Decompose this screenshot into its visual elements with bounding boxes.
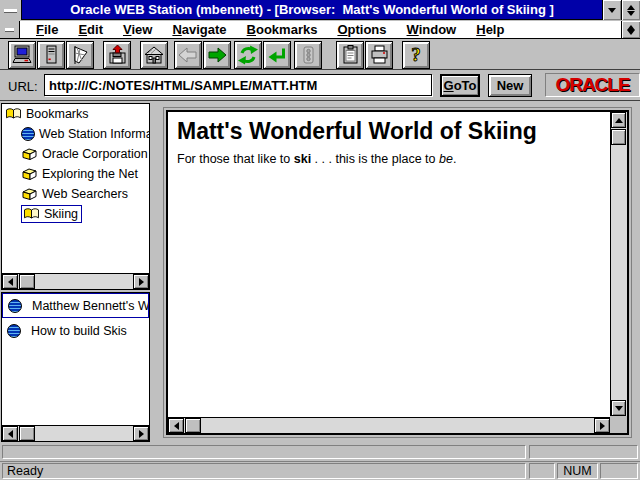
- print-button[interactable]: [365, 41, 393, 69]
- globe-icon: [21, 127, 35, 141]
- menu-file[interactable]: File: [26, 21, 68, 39]
- restore-button[interactable]: [621, 0, 640, 20]
- status-panel: [529, 445, 638, 459]
- help-button[interactable]: ?: [402, 41, 430, 69]
- menu-bookmarks[interactable]: Bookmarks: [237, 21, 328, 39]
- tree-item-exploring-the-net[interactable]: Exploring the Net: [2, 164, 149, 184]
- scroll-left-button[interactable]: [168, 418, 184, 433]
- status-panel: [2, 445, 526, 459]
- arrow-right-icon: [600, 422, 605, 430]
- tree-item-web-searchers[interactable]: Web Searchers: [2, 184, 149, 204]
- bookmarks-horizontal-scrollbar: [2, 273, 149, 289]
- scroll-right-button[interactable]: [594, 418, 610, 433]
- arrow-left-icon: [8, 430, 13, 438]
- scroll-left-button[interactable]: [2, 274, 18, 289]
- list-item-matthew-bennetts-web-page[interactable]: Matthew Bennett's Web Pa: [2, 293, 149, 318]
- goto-button[interactable]: GoTo: [440, 74, 480, 97]
- return-icon: [266, 44, 288, 66]
- open-book-icon: [23, 207, 40, 221]
- arrow-up-icon: [615, 118, 623, 123]
- tree-item-web-station-information[interactable]: Web Station Information: [2, 124, 149, 144]
- oracle-logo: ORACLE: [545, 73, 640, 97]
- window-title: Oracle WEB Station (mbennett) - [Browser…: [22, 0, 602, 19]
- list-item-label: How to build Skis: [31, 324, 127, 338]
- toolbar: ?: [0, 40, 640, 70]
- scrollbar-thumb[interactable]: [185, 418, 201, 433]
- browser-vertical-scrollbar: [610, 112, 627, 416]
- status-panel: [529, 463, 555, 479]
- pages-horizontal-scrollbar: [2, 425, 149, 441]
- sail-icon: [69, 44, 91, 66]
- system-menu-button[interactable]: [0, 0, 22, 20]
- help-icon: ?: [405, 44, 427, 66]
- scroll-right-button[interactable]: [133, 274, 149, 289]
- triangle-down-icon: [627, 11, 635, 16]
- scrollbar-corner: [610, 416, 627, 433]
- back-button[interactable]: [174, 41, 202, 69]
- arrow-right-icon: [139, 278, 144, 286]
- sail-button[interactable]: [66, 41, 94, 69]
- tree-item-oracle-corporation[interactable]: Oracle Corporation: [2, 144, 149, 164]
- tree-item-bookmarks[interactable]: Bookmarks: [2, 104, 149, 124]
- arrow-left-icon: [8, 278, 13, 286]
- clipboard-icon: [339, 44, 361, 66]
- clipboard-button[interactable]: [336, 41, 364, 69]
- list-item-label: Matthew Bennett's Web Pa: [32, 299, 149, 313]
- child-system-menu-button[interactable]: [0, 21, 20, 38]
- scrollbar-track[interactable]: [18, 426, 133, 441]
- closed-book-icon: [21, 147, 38, 161]
- tree-item-label: Web Station Information: [39, 127, 149, 141]
- scrollbar-thumb[interactable]: [19, 274, 35, 289]
- workstation-icon: [11, 44, 33, 66]
- return-button[interactable]: [263, 41, 291, 69]
- server-button[interactable]: [37, 41, 65, 69]
- open-book-icon: [5, 107, 22, 121]
- new-button[interactable]: New: [488, 74, 532, 97]
- home-button[interactable]: [140, 41, 168, 69]
- url-input[interactable]: [44, 74, 432, 96]
- bookmarks-panel: Bookmarks Web Station Information Oracle…: [1, 103, 150, 290]
- status-bar: Ready NUM: [0, 461, 640, 480]
- reload-icon: [237, 44, 259, 66]
- tree-item-label: Exploring the Net: [42, 167, 138, 181]
- triangle-down-icon: [608, 8, 616, 13]
- closed-book-icon: [21, 167, 38, 181]
- workstation-button[interactable]: [8, 41, 36, 69]
- child-restore-button[interactable]: [621, 21, 640, 38]
- save-upload-button[interactable]: [103, 41, 131, 69]
- scrollbar-track[interactable]: [184, 418, 594, 433]
- menu-view[interactable]: View: [113, 21, 162, 39]
- closed-book-icon: [21, 187, 38, 201]
- scrollbar-thumb[interactable]: [19, 426, 35, 441]
- menu-navigate[interactable]: Navigate: [162, 21, 236, 39]
- list-item-how-to-build-skis[interactable]: How to build Skis: [2, 318, 149, 343]
- dash-icon: [5, 28, 14, 31]
- menu-help[interactable]: Help: [466, 21, 514, 39]
- document-area[interactable]: Matt's Wonderful World of Skiing For tho…: [168, 112, 610, 416]
- scroll-up-button[interactable]: [611, 112, 626, 128]
- triangle-up-icon: [627, 5, 635, 10]
- tree-item-label: Bookmarks: [26, 107, 89, 121]
- menu-edit[interactable]: Edit: [68, 21, 113, 39]
- arrow-left-icon: [174, 422, 179, 430]
- globe-icon: [8, 299, 22, 313]
- forward-button[interactable]: [203, 41, 231, 69]
- scrollbar-thumb[interactable]: [611, 129, 626, 145]
- tree-item-skiing[interactable]: Skiing: [2, 204, 149, 224]
- scrollbar-track[interactable]: [18, 274, 133, 289]
- stoplight-icon: [297, 44, 319, 66]
- scroll-left-button[interactable]: [2, 426, 18, 441]
- tree-item-label: Web Searchers: [42, 187, 128, 201]
- scroll-right-button[interactable]: [133, 426, 149, 441]
- reload-button[interactable]: [234, 41, 262, 69]
- stoplight-button[interactable]: [294, 41, 322, 69]
- status-panel: [600, 463, 638, 479]
- num-lock-indicator: NUM: [557, 463, 598, 479]
- tree-item-label: Oracle Corporation: [42, 147, 148, 161]
- menu-options[interactable]: Options: [327, 21, 396, 39]
- minimize-button[interactable]: [602, 0, 621, 20]
- selection-outline: Skiing: [21, 205, 82, 223]
- menu-window[interactable]: Window: [397, 21, 467, 39]
- scroll-down-button[interactable]: [611, 400, 626, 416]
- forward-icon: [206, 44, 228, 66]
